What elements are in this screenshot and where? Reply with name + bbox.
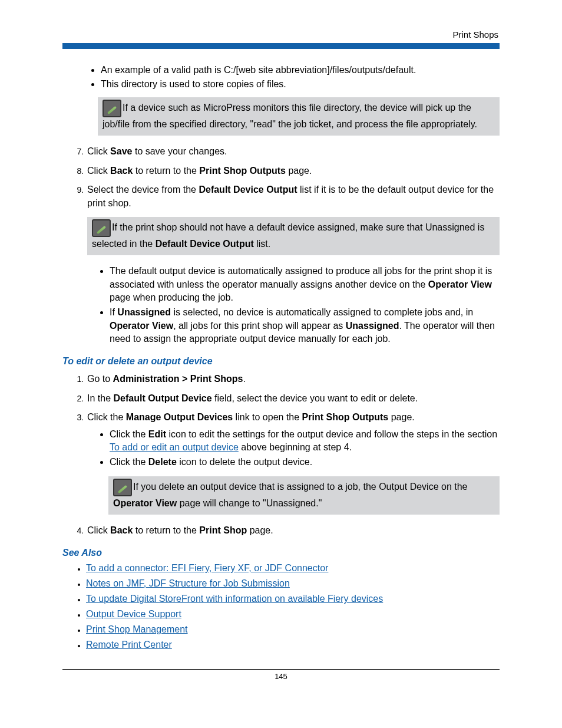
text: Go to xyxy=(87,374,113,384)
bold-text: Default Output Device xyxy=(113,393,211,403)
list-item: An example of a valid path is C:/[web si… xyxy=(101,64,500,77)
text: link to open the xyxy=(233,412,302,422)
bold-text: Manage Output Devices xyxy=(126,412,233,422)
bold-text: Delete xyxy=(148,457,177,467)
note-icon xyxy=(113,479,132,496)
list-item: Click the Edit icon to edit the settings… xyxy=(110,428,500,454)
steps-list: Go to Administration > Print Shops. In t… xyxy=(62,373,500,537)
list-item: If Unassigned is selected, no device is … xyxy=(110,306,500,345)
note-text: page will change to "Unassigned." xyxy=(177,498,322,508)
step-item: Go to Administration > Print Shops. xyxy=(86,373,500,386)
text: Click xyxy=(87,166,110,176)
text: In the xyxy=(87,393,113,403)
bold-text: Back xyxy=(110,525,133,535)
bold-text: Operator View xyxy=(428,279,492,289)
intro-bullets: An example of a valid path is C:/[web si… xyxy=(62,64,500,90)
sub-bullets: The default output device is automatical… xyxy=(87,265,500,345)
step-item: Click the Manage Output Devices link to … xyxy=(86,411,500,515)
text: Click xyxy=(87,146,110,156)
see-also-heading: See Also xyxy=(62,548,500,558)
text: Click xyxy=(87,525,110,535)
bold-text: Edit xyxy=(148,429,166,439)
page-number: 145 xyxy=(62,672,500,681)
see-also-list: To add a connector: EFI Fiery, Fiery XF,… xyxy=(62,563,500,650)
text: Select the device from the xyxy=(87,185,199,195)
text: to save your changes. xyxy=(132,146,227,156)
bold-text: Back xyxy=(110,166,133,176)
step-item: Click Back to return to the Print Shop p… xyxy=(86,524,500,537)
text: Click the xyxy=(110,457,148,467)
steps-list: Click Save to save your changes. Click B… xyxy=(62,145,500,345)
list-item: Click the Delete icon to delete the outp… xyxy=(110,456,500,469)
text: to return to the xyxy=(133,166,199,176)
bold-text: Unassigned xyxy=(117,307,171,317)
text: page when producing the job. xyxy=(110,292,233,302)
text: , all jobs for this print shop will appe… xyxy=(173,321,346,331)
page: Print Shops An example of a valid path i… xyxy=(0,0,562,728)
list-item: To update Digital StoreFront with inform… xyxy=(86,594,500,604)
link-add-edit-device[interactable]: To add or edit an output device xyxy=(110,442,239,452)
list-item: Remote Print Center xyxy=(86,640,500,650)
text: icon to edit the settings for the output… xyxy=(166,429,497,439)
bold-text: Unassigned xyxy=(346,321,399,331)
text: field, select the device you want to edi… xyxy=(212,393,418,403)
list-item: Output Device Support xyxy=(86,609,500,620)
link-add-connector[interactable]: To add a connector: EFI Fiery, Fiery XF,… xyxy=(86,563,328,573)
header-rule xyxy=(62,43,500,49)
note-icon xyxy=(103,100,121,117)
text: page. xyxy=(388,412,414,422)
header-section-title: Print Shops xyxy=(62,29,500,39)
text: above beginning at step 4. xyxy=(239,442,352,452)
text: Click the xyxy=(110,429,148,439)
note-box: If you delete an output device that is a… xyxy=(108,476,500,515)
bold-text: Print Shop Outputs xyxy=(302,412,389,422)
bold-text: Save xyxy=(110,146,132,156)
bold-text: Operator View xyxy=(113,498,177,508)
section-heading: To edit or delete an output device xyxy=(62,356,500,367)
text: icon to delete the output device. xyxy=(177,457,312,467)
list-item: To add a connector: EFI Fiery, Fiery XF,… xyxy=(86,563,500,574)
link-remote-print-center[interactable]: Remote Print Center xyxy=(86,640,172,650)
link-jmf-jdf-notes[interactable]: Notes on JMF, JDF Structure for Job Subm… xyxy=(86,578,290,588)
step-item: Click Save to save your changes. xyxy=(86,145,500,158)
note-box: If the print shop should not have a defa… xyxy=(87,217,500,255)
note-text: If a device such as MicroPress monitors … xyxy=(103,103,477,129)
bold-text: Print Shop Outputs xyxy=(199,166,286,176)
footer-rule xyxy=(62,669,500,670)
link-output-device-support[interactable]: Output Device Support xyxy=(86,609,181,619)
bold-text: Print Shop xyxy=(199,525,247,535)
link-print-shop-management[interactable]: Print Shop Management xyxy=(86,624,188,634)
step-item: Select the device from the Default Devic… xyxy=(86,183,500,345)
footer: 145 xyxy=(62,669,500,681)
text: If xyxy=(110,307,117,317)
bold-text: Administration > Print Shops xyxy=(113,374,243,384)
list-item: Print Shop Management xyxy=(86,624,500,635)
text: Click the xyxy=(87,412,126,422)
bold-text: Operator View xyxy=(110,321,173,331)
note-text: If you delete an output device that is a… xyxy=(133,482,467,492)
note-box: If a device such as MicroPress monitors … xyxy=(98,97,500,136)
note-icon xyxy=(92,219,111,237)
note-text: list. xyxy=(254,239,270,249)
step-item: In the Default Output Device field, sele… xyxy=(86,392,500,405)
list-item: Notes on JMF, JDF Structure for Job Subm… xyxy=(86,578,500,589)
text: page. xyxy=(247,525,273,535)
note-text: If the print shop should not have a defa… xyxy=(92,222,484,249)
list-item: This directory is used to store copies o… xyxy=(101,78,500,91)
text: to return to the xyxy=(133,525,199,535)
list-item: The default output device is automatical… xyxy=(110,265,500,304)
sub-bullets: Click the Edit icon to edit the settings… xyxy=(87,428,500,469)
bold-text: Default Device Output xyxy=(156,239,254,249)
text: . xyxy=(243,374,245,384)
text: page. xyxy=(286,166,312,176)
text: is selected, no device is automatically … xyxy=(171,307,473,317)
step-item: Click Back to return to the Print Shop O… xyxy=(86,164,500,177)
bold-text: Default Device Output xyxy=(199,185,297,195)
link-update-dsf-fiery[interactable]: To update Digital StoreFront with inform… xyxy=(86,594,383,604)
